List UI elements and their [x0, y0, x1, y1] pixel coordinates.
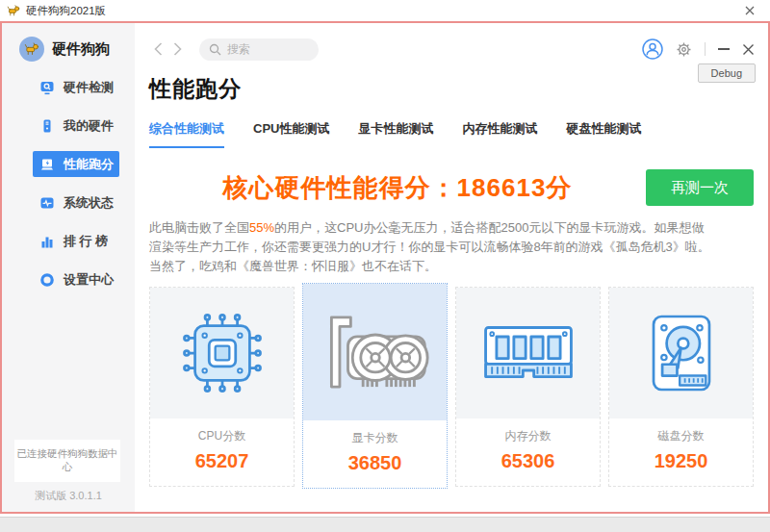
card-label: CPU分数	[150, 428, 294, 444]
app-window: 硬件狗狗 硬件检测 我的硬件	[0, 21, 770, 514]
card-label: 内存分数	[456, 428, 600, 444]
search-box[interactable]	[199, 38, 319, 61]
sidebar-item-ranking[interactable]: 排 行 榜	[33, 228, 119, 254]
sidebar-item-benchmark[interactable]: 性能跑分	[33, 151, 119, 177]
retest-button[interactable]: 再测一次	[646, 169, 754, 206]
result-description: 此电脑击败了全国55%的用户，这CPU办公毫无压力，适合搭配2500元以下的显卡…	[149, 218, 754, 276]
monitor-search-icon	[39, 80, 55, 95]
page-title: 性能跑分	[149, 74, 754, 104]
close-icon[interactable]	[742, 43, 755, 56]
tab-gpu-test[interactable]: 显卡性能测试	[358, 120, 433, 148]
search-input[interactable]	[227, 42, 302, 56]
back-arrow-icon[interactable]	[148, 42, 167, 56]
desc-pre: 此电脑击败了全国	[149, 220, 249, 235]
app-version: 测试版 3.0.1.1	[2, 489, 135, 503]
tab-disk-test[interactable]: 硬盘性能测试	[566, 120, 641, 148]
tab-overall-test[interactable]: 综合性能测试	[149, 120, 224, 148]
tab-bar: 综合性能测试 CPU性能测试 显卡性能测试 内存性能测试 硬盘性能测试	[149, 120, 754, 149]
window-title: 硬件狗狗2021版	[26, 4, 106, 18]
dog-avatar-icon	[19, 37, 44, 62]
sidebar-item-settings[interactable]: 设置中心	[33, 266, 119, 292]
sidebar-item-label: 系统状态	[64, 194, 114, 212]
sidebar-item-label: 性能跑分	[64, 156, 114, 173]
tab-memory-test[interactable]: 内存性能测试	[462, 120, 537, 148]
dog-logo-icon	[7, 4, 21, 18]
ram-card-icon-area	[456, 288, 600, 418]
tab-cpu-test[interactable]: CPU性能测试	[253, 120, 329, 148]
hdd-disk-icon	[645, 311, 718, 395]
sidebar-item-system-status[interactable]: 系统状态	[33, 190, 119, 215]
card-score: 36850	[303, 452, 447, 474]
card-gpu-score[interactable]: 显卡分数 36850	[302, 283, 448, 489]
sidebar-item-label: 我的硬件	[64, 117, 114, 135]
sidebar-item-label: 排 行 榜	[64, 233, 108, 250]
datacenter-status: 已连接硬件狗狗数据中心	[14, 440, 120, 482]
minimize-icon[interactable]	[718, 48, 730, 50]
card-memory-score[interactable]: 内存分数 65306	[455, 287, 601, 487]
ram-stick-icon	[478, 317, 578, 390]
card-cpu-score[interactable]: CPU分数 65207	[149, 287, 295, 487]
sidebar: 硬件狗狗 硬件检测 我的硬件	[2, 23, 135, 512]
desc-percent: 55%	[249, 220, 274, 235]
pulse-icon	[39, 195, 55, 211]
card-score: 65306	[456, 450, 600, 472]
desktop-strip	[0, 517, 770, 532]
cpu-card-icon-area	[150, 288, 294, 418]
laptop-bolt-icon	[39, 157, 55, 172]
user-avatar-icon[interactable]	[642, 38, 663, 60]
sidebar-menu: 硬件检测 我的硬件 性能跑分	[2, 74, 135, 292]
pc-tower-icon	[39, 118, 55, 134]
sidebar-item-label: 硬件检测	[64, 79, 114, 96]
hdd-card-icon-area	[609, 288, 753, 418]
cpu-chip-icon	[180, 311, 265, 395]
app-name: 硬件狗狗	[52, 40, 110, 59]
sidebar-item-my-hardware[interactable]: 我的硬件	[33, 113, 119, 139]
gpu-card-icon	[321, 311, 430, 393]
card-label: 磁盘分数	[609, 428, 753, 444]
controls-divider	[705, 42, 706, 56]
os-titlebar: 硬件狗狗2021版	[0, 0, 770, 21]
card-score: 65207	[150, 450, 294, 472]
app-logo: 硬件狗狗	[2, 23, 135, 62]
gpu-card-icon-area	[303, 284, 447, 420]
window-controls	[642, 38, 755, 60]
gear-ring-icon	[39, 272, 55, 288]
total-score: 核心硬件性能得分：186613分	[149, 171, 646, 205]
topbar	[135, 32, 768, 66]
sidebar-item-label: 设置中心	[64, 271, 114, 289]
sidebar-item-hardware-check[interactable]: 硬件检测	[33, 74, 119, 100]
page-content: 性能跑分 综合性能测试 CPU性能测试 显卡性能测试 内存性能测试 硬盘性能测试…	[135, 74, 768, 489]
score-row: 核心硬件性能得分：186613分 再测一次	[149, 169, 754, 206]
titlebar-close-icon[interactable]	[743, 4, 757, 17]
debug-button[interactable]: Debug	[698, 63, 756, 83]
search-icon	[209, 43, 221, 56]
main-area: Debug 性能跑分 综合性能测试 CPU性能测试 显卡性能测试 内存性能测试 …	[135, 23, 768, 512]
score-cards: CPU分数 65207	[149, 287, 754, 489]
bar-chart-icon	[39, 234, 55, 249]
card-label: 显卡分数	[303, 430, 447, 446]
card-disk-score[interactable]: 磁盘分数 19250	[608, 287, 754, 487]
settings-gear-icon[interactable]	[676, 41, 692, 58]
forward-arrow-icon[interactable]	[167, 42, 187, 56]
card-score: 19250	[609, 450, 753, 472]
